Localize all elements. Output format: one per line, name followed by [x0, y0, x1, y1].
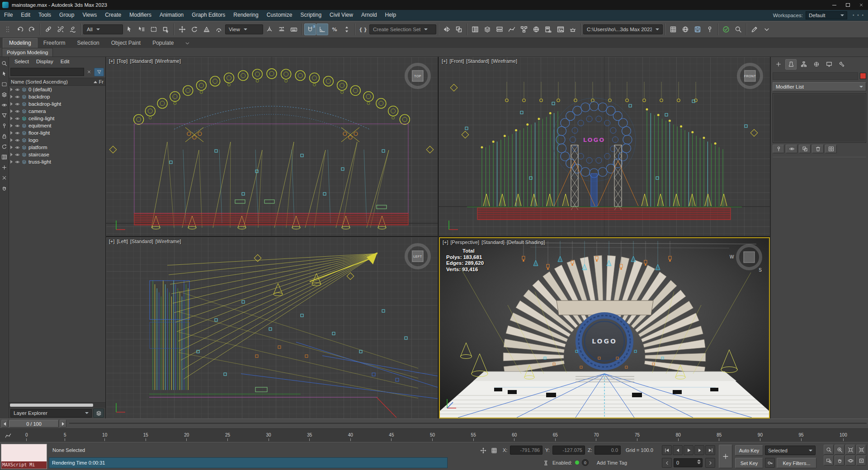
modify-tab[interactable] [785, 59, 797, 70]
grid-tools-button[interactable] [667, 24, 679, 35]
expand-caret-icon[interactable] [10, 138, 13, 142]
viewport-pov-menu[interactable]: [Front] [450, 58, 464, 64]
search-input[interactable] [10, 68, 84, 76]
previous-key-button[interactable] [673, 445, 683, 455]
track-bar[interactable]: 0 5 10 15 20 25 30 35 40 45 50 55 60 65 … [0, 428, 868, 442]
viewport-top[interactable]: [+][Top][Standard][Wireframe] TOP [106, 57, 438, 236]
se-menu-select[interactable]: Select [11, 59, 33, 64]
set-key-button[interactable]: Set Key [735, 458, 763, 468]
list-view-icon[interactable] [1, 153, 8, 160]
layer-row[interactable]: backdrop-light [9, 100, 105, 108]
frame-spinner[interactable] [697, 460, 701, 464]
select-and-link-button[interactable] [42, 24, 54, 35]
viewport-general-menu[interactable]: [+] [109, 58, 115, 64]
ribbon-tab-selection[interactable]: Selection [71, 38, 105, 48]
layer-explorer-button[interactable] [93, 409, 104, 418]
viewport-front[interactable]: LOGO [+][Front][Standard][Wireframe] FRO… [439, 57, 770, 236]
layer-row[interactable]: staircase [9, 151, 105, 158]
menu-rendering[interactable]: Rendering [229, 10, 262, 20]
expand-caret-icon[interactable] [10, 153, 13, 156]
layer-row[interactable]: 0 (default) [9, 86, 105, 93]
next-frame-button[interactable] [60, 420, 66, 428]
menu-tools[interactable]: Tools [34, 10, 55, 20]
modifier-list-dropdown[interactable]: Modifier List [773, 82, 866, 91]
viewcube-cube[interactable]: LEFT [412, 251, 424, 262]
add-layer-icon[interactable] [1, 164, 8, 171]
make-unique-button[interactable] [799, 145, 811, 153]
keyboard-shortcut-override-toggle[interactable] [288, 24, 300, 35]
select-and-move-button[interactable] [176, 24, 188, 35]
play-button[interactable] [684, 445, 693, 455]
timeline-ruler[interactable]: 0 5 10 15 20 25 30 35 40 45 50 55 60 65 … [25, 429, 847, 442]
sync-selection-icon[interactable] [1, 143, 8, 150]
visibility-eye-icon[interactable] [15, 87, 20, 92]
hourglass-icon[interactable] [541, 458, 551, 468]
menu-modifiers[interactable]: Modifiers [125, 10, 156, 20]
render-production-button[interactable] [567, 24, 579, 35]
object-name-field[interactable] [773, 72, 858, 80]
toolbar-overflow-button[interactable] [761, 24, 773, 35]
viewcube-cube[interactable]: TOP [412, 70, 424, 82]
previous-frame-button[interactable] [662, 458, 672, 468]
maxscript-mini-listener[interactable]: MAXScript Mi [1, 444, 47, 469]
viewport-pov-menu[interactable]: [Perspective] [451, 240, 480, 245]
app-logo-icon[interactable] [2, 2, 9, 8]
delete-icon[interactable] [1, 174, 8, 181]
viewport-shading-menu[interactable]: [Default Shading] [507, 240, 545, 245]
expand-caret-icon[interactable] [10, 95, 13, 99]
menu-file[interactable]: File [0, 10, 17, 20]
rectangular-selection-region-button[interactable] [148, 24, 160, 35]
pin-stack-toolbar-button[interactable] [704, 24, 716, 35]
globe-tools-button[interactable] [679, 24, 691, 35]
annotate-button[interactable] [749, 24, 760, 35]
visibility-eye-icon[interactable] [15, 116, 20, 121]
rendered-frame-window-button[interactable] [555, 24, 566, 35]
time-slider-track[interactable] [69, 423, 867, 425]
select-and-rotate-button[interactable] [189, 24, 200, 35]
maximize-button[interactable] [841, 0, 854, 10]
visibility-eye-icon[interactable] [15, 152, 20, 157]
visibility-eye-icon[interactable] [15, 102, 20, 107]
ribbon-config-icon[interactable] [184, 40, 190, 46]
menu-customize[interactable]: Customize [263, 10, 297, 20]
select-by-name-button[interactable] [136, 24, 147, 35]
toggle-scene-explorer-button[interactable] [469, 24, 481, 35]
viewport-perspective[interactable]: LOGO [+][Perspective][Standard][Default … [439, 237, 770, 418]
explorer-mode-dropdown[interactable]: Layer Explorer [10, 409, 92, 418]
zoom-extents-button[interactable] [845, 445, 855, 455]
frame-badge[interactable]: 0 [582, 459, 589, 466]
motion-tab[interactable] [811, 59, 822, 70]
menu-group[interactable]: Group [55, 10, 78, 20]
viewport-shading-menu[interactable]: [Wireframe] [156, 239, 181, 244]
viewport-general-menu[interactable]: [+] [109, 239, 115, 244]
visibility-eye-icon[interactable] [15, 131, 20, 136]
zoom-extents-all-button[interactable] [856, 445, 866, 455]
expand-caret-icon[interactable] [10, 131, 13, 135]
select-icon[interactable] [1, 70, 8, 77]
viewport-general-menu[interactable]: [+] [442, 58, 448, 64]
selection-region-icon[interactable] [1, 80, 8, 88]
material-editor-button[interactable] [530, 24, 542, 35]
z-coordinate-field[interactable]: 0.0 [594, 446, 621, 455]
layer-row[interactable]: backdrop [9, 93, 105, 100]
menu-views[interactable]: Views [78, 10, 101, 20]
redo-button[interactable] [26, 24, 38, 35]
layer-row[interactable]: camera [9, 108, 105, 115]
go-to-start-button[interactable] [662, 445, 672, 455]
menu-animation[interactable]: Animation [156, 10, 188, 20]
find-icon[interactable] [1, 60, 8, 67]
remove-modifier-button[interactable] [812, 145, 824, 153]
visibility-eye-icon[interactable] [15, 145, 20, 150]
minimize-button[interactable] [827, 0, 841, 10]
viewport-standard-menu[interactable]: [Standard] [130, 239, 153, 244]
ribbon-tab-object-paint[interactable]: Object Paint [105, 38, 146, 48]
pin-stack-button[interactable] [773, 145, 784, 153]
enabled-green-dot[interactable] [575, 461, 579, 465]
visibility-eye-icon[interactable] [15, 94, 20, 99]
align-button[interactable] [453, 24, 465, 35]
lock-icon[interactable] [1, 132, 8, 140]
viewport-general-menu[interactable]: [+] [443, 240, 448, 245]
named-selection-set-dropdown[interactable]: Create Selection Set [369, 24, 436, 34]
reference-coordinate-dropdown[interactable]: View [225, 24, 263, 34]
key-filter-icon-button[interactable] [765, 458, 775, 468]
